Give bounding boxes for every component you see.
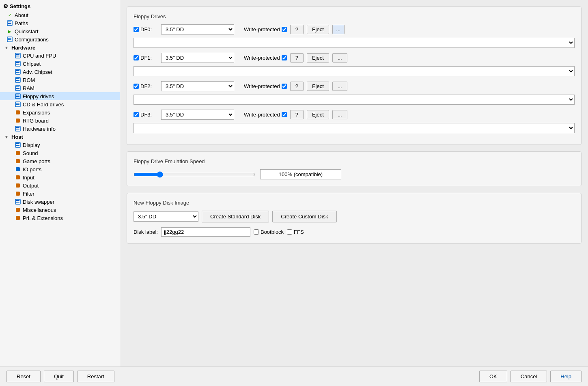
- svg-rect-36: [16, 159, 20, 163]
- sidebar-item-quickstart[interactable]: ▶Quickstart: [0, 27, 120, 35]
- df0-eject-button[interactable]: Eject: [307, 25, 329, 34]
- sidebar-item-adv-chipset[interactable]: Adv. Chipset: [0, 68, 120, 76]
- sidebar-item-display[interactable]: Display: [0, 141, 120, 149]
- df2-checkbox[interactable]: [134, 84, 139, 89]
- sidebar-item-hardware-info[interactable]: Hardware info: [0, 125, 120, 133]
- disk-swapper-label: Disk swapper: [23, 199, 54, 205]
- ffs-checkbox[interactable]: [287, 229, 292, 235]
- df3-browse-button[interactable]: ...: [332, 110, 347, 119]
- new-disk-type-select[interactable]: 3.5" DD3.5" HD5.25" SD: [134, 211, 198, 222]
- help-button[interactable]: Help: [550, 371, 582, 382]
- df0-wp-checkbox[interactable]: [282, 27, 287, 32]
- sidebar-item-pri-extensions[interactable]: Pri. & Extensions: [0, 214, 120, 222]
- bootblock-checkbox[interactable]: [254, 229, 259, 235]
- svg-rect-28: [16, 119, 20, 123]
- sidebar-item-chipset[interactable]: Chipset: [0, 60, 120, 68]
- sidebar-item-cpu-fpu[interactable]: CPU and FPU: [0, 52, 120, 60]
- svg-rect-8: [16, 56, 19, 56]
- df1-checkbox[interactable]: [134, 55, 139, 60]
- game-ports-label: Game ports: [23, 158, 50, 164]
- svg-rect-14: [16, 72, 19, 73]
- sidebar-item-filter[interactable]: Filter: [0, 190, 120, 198]
- ok-button[interactable]: OK: [479, 371, 507, 382]
- df2-write-protected: Write-protected: [244, 83, 287, 89]
- df2-label: DF2:: [140, 83, 152, 89]
- df3-wp-checkbox[interactable]: [282, 112, 287, 117]
- sidebar-item-configurations[interactable]: Configurations: [0, 35, 120, 43]
- speed-slider[interactable]: [134, 171, 255, 178]
- df3-eject-button[interactable]: Eject: [307, 110, 329, 119]
- io-ports-label: IO ports: [23, 166, 41, 173]
- df2-browse-button[interactable]: ...: [332, 82, 347, 91]
- cpu-fpu-icon: [15, 52, 21, 59]
- configurations-icon: [6, 36, 13, 43]
- reset-button[interactable]: Reset: [6, 371, 41, 382]
- df3-path-select[interactable]: [134, 123, 575, 133]
- quickstart-label: Quickstart: [15, 28, 39, 35]
- df2-eject-button[interactable]: Eject: [307, 82, 329, 91]
- df2-type-select[interactable]: 3.5" DD3.5" HD5.25" SDNone: [161, 81, 234, 91]
- svg-rect-40: [16, 192, 20, 196]
- bootblock-text: Bootblock: [261, 229, 284, 235]
- sidebar-item-io-ports[interactable]: IO ports: [0, 165, 120, 173]
- sidebar-item-game-ports[interactable]: Game ports: [0, 157, 120, 165]
- input-label: Input: [23, 175, 34, 181]
- quit-button[interactable]: Quit: [44, 371, 74, 382]
- slider-row: 100% (compatible): [134, 169, 575, 179]
- df3-wp-label: Write-protected: [244, 112, 280, 118]
- main-content: Floppy Drives DF0: 3.5" DD3.5" HD5.25" S…: [120, 0, 588, 367]
- df2-wp-checkbox[interactable]: [282, 84, 287, 89]
- rom-label: ROM: [23, 77, 35, 83]
- df1-path-select[interactable]: [134, 66, 575, 76]
- restart-button[interactable]: Restart: [77, 371, 114, 382]
- cancel-button[interactable]: Cancel: [510, 371, 547, 382]
- configurations-label: Configurations: [15, 37, 49, 43]
- sidebar-item-ram[interactable]: RAM: [0, 84, 120, 92]
- sidebar-title: ⚙ Settings: [0, 2, 120, 11]
- df0-checkbox[interactable]: [134, 27, 139, 32]
- df1-wp-checkbox[interactable]: [282, 55, 287, 60]
- sidebar-item-rtg-board[interactable]: RTG board: [0, 116, 120, 125]
- df1-browse-button[interactable]: ...: [332, 53, 347, 63]
- new-disk-title: New Floppy Disk Image: [134, 200, 575, 206]
- svg-rect-39: [16, 183, 20, 188]
- df1-type-select[interactable]: 3.5" DD3.5" HD5.25" SDNone: [161, 53, 234, 63]
- sidebar-item-cd-hard-drives[interactable]: CD & Hard drives: [0, 100, 120, 108]
- create-standard-button[interactable]: Create Standard Disk: [202, 211, 269, 222]
- svg-rect-7: [16, 54, 19, 55]
- settings-icon: ⚙: [3, 3, 8, 9]
- sidebar-item-host[interactable]: ▼Host: [0, 133, 120, 141]
- create-custom-button[interactable]: Create Custom Disk: [272, 211, 336, 222]
- df2-question-button[interactable]: ?: [290, 82, 304, 91]
- df3-checkbox[interactable]: [134, 112, 139, 117]
- df0-browse-button[interactable]: ...: [332, 25, 345, 34]
- sidebar-item-sound[interactable]: Sound: [0, 149, 120, 157]
- df2-wp-label: Write-protected: [244, 83, 280, 89]
- sidebar-item-expansions[interactable]: Expansions: [0, 108, 120, 116]
- cd-hard-drives-label: CD & Hard drives: [23, 101, 64, 108]
- df1-question-button[interactable]: ?: [290, 53, 304, 63]
- df0-path-select[interactable]: [134, 38, 575, 48]
- ffs-label: FFS: [287, 229, 304, 235]
- sidebar-item-paths[interactable]: Paths: [0, 19, 120, 27]
- sidebar-item-about[interactable]: ✓About: [0, 11, 120, 19]
- rtg-board-label: RTG board: [23, 118, 49, 124]
- df3-type-select[interactable]: 3.5" DD3.5" HD5.25" SDNone: [161, 110, 234, 120]
- sidebar-item-disk-swapper[interactable]: Disk swapper: [0, 198, 120, 206]
- df2-checkbox-label: DF2:: [134, 83, 158, 89]
- sidebar-item-rom[interactable]: ROM: [0, 76, 120, 84]
- df0-question-button[interactable]: ?: [290, 25, 304, 34]
- sidebar-item-floppy-drives[interactable]: Floppy drives: [0, 92, 120, 100]
- game-ports-icon: [15, 158, 21, 164]
- sidebar-item-hardware[interactable]: ▼Hardware: [0, 43, 120, 52]
- df0-checkbox-label: DF0:: [134, 26, 158, 32]
- sidebar-item-miscellaneous[interactable]: Miscellaneous: [0, 206, 120, 214]
- df3-question-button[interactable]: ?: [290, 110, 304, 119]
- df1-eject-button[interactable]: Eject: [307, 53, 329, 63]
- sidebar-item-input[interactable]: Input: [0, 173, 120, 181]
- df0-type-select[interactable]: 3.5" DD3.5" HD5.25" SDNone: [161, 24, 234, 35]
- sidebar-item-output[interactable]: Output: [0, 181, 120, 190]
- disk-label-input[interactable]: [161, 227, 250, 237]
- svg-rect-16: [16, 78, 19, 79]
- df2-path-select[interactable]: [134, 95, 575, 105]
